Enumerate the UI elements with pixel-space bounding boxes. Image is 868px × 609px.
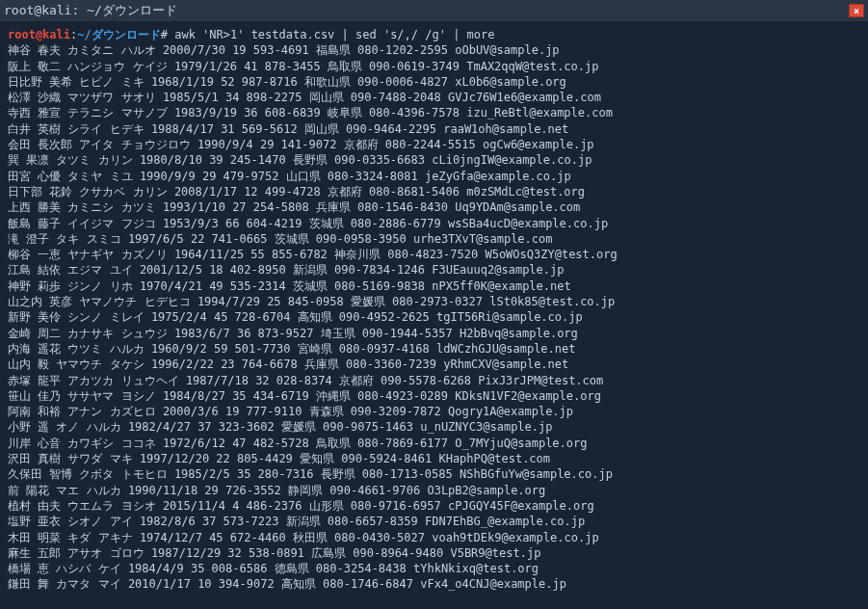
- output-row: 寺西 雅宣 テラニシ マサノブ 1983/9/19 36 608-6839 岐阜…: [8, 105, 860, 120]
- output-row: 久保田 智博 クボタ トモヒロ 1985/2/5 35 280-7316 長野県…: [8, 466, 860, 482]
- window-title: root@kali: ~/ダウンロード: [4, 2, 849, 19]
- output-row: 山之内 英彦 ヤマノウチ ヒデヒコ 1994/7/29 25 845-0958 …: [8, 294, 860, 309]
- prompt-path: ~/ダウンロード: [77, 28, 160, 41]
- output-row: 橋場 恵 ハシバ ケイ 1984/4/9 35 008-6586 徳島県 080…: [8, 561, 860, 576]
- output-row: 上西 勝美 カミニシ カツミ 1993/1/10 27 254-5808 兵庫県…: [8, 199, 860, 215]
- output-row: 塩野 亜衣 シオノ アイ 1982/8/6 37 573-7223 新潟県 08…: [8, 514, 860, 529]
- output-row: 木田 明菜 キダ アキナ 1974/12/7 45 672-4460 秋田県 0…: [8, 530, 860, 545]
- close-button[interactable]: ×: [849, 4, 864, 17]
- output-row: 鎌田 舞 カマタ マイ 2010/1/17 10 394-9072 高知県 08…: [8, 576, 860, 592]
- prompt-line: root@kali:~/ダウンロード# awk 'NR>1' testdata.…: [8, 27, 860, 42]
- output-row: 田宮 心優 タミヤ ミユ 1990/9/9 29 479-9752 山口県 08…: [8, 169, 860, 184]
- output-row: 日比野 美希 ヒビノ ミキ 1968/1/19 52 987-8716 和歌山県…: [8, 74, 860, 90]
- output-row: 滝 澄子 タキ スミコ 1997/6/5 22 741-0665 茨城県 090…: [8, 231, 860, 247]
- output-row: 日下部 花鈴 クサカベ カリン 2008/1/17 12 499-4728 京都…: [8, 184, 860, 199]
- terminal-output[interactable]: root@kali:~/ダウンロード# awk 'NR>1' testdata.…: [0, 21, 868, 598]
- output-rows: 神谷 春夫 カミタニ ハルオ 2000/7/30 19 593-4691 福島県…: [8, 42, 860, 592]
- output-row: 山内 毅 ヤマウチ タケシ 1996/2/22 23 764-6678 兵庫県 …: [8, 357, 860, 372]
- output-row: 神谷 春夫 カミタニ ハルオ 2000/7/30 19 593-4691 福島県…: [8, 42, 860, 58]
- prompt-command: awk 'NR>1' testdata.csv | sed 's/,/ /g' …: [168, 28, 495, 41]
- window-titlebar: root@kali: ~/ダウンロード ×: [0, 0, 868, 21]
- prompt-user: root@kali: [8, 28, 70, 41]
- output-row: 柳谷 一恵 ヤナギヤ カズノリ 1964/11/25 55 855-6782 神…: [8, 247, 860, 262]
- output-row: 会田 長次郎 アイタ チョウジロウ 1990/9/4 29 141-9072 京…: [8, 137, 860, 152]
- output-row: 阿南 和裕 アナン カズヒロ 2000/3/6 19 777-9110 青森県 …: [8, 404, 860, 419]
- output-row: 笹山 佳乃 ササヤマ ヨシノ 1984/8/27 35 434-6719 沖縄県…: [8, 388, 860, 404]
- output-row: 阪上 敬二 ハンジョウ ケイジ 1979/1/26 41 878-3455 鳥取…: [8, 59, 860, 74]
- output-row: 内海 遥花 ウツミ ハルカ 1960/9/2 59 501-7730 宮崎県 0…: [8, 341, 860, 357]
- output-row: 新野 美伶 シンノ ミレイ 1975/2/4 45 728-6704 高知県 0…: [8, 309, 860, 325]
- output-row: 川岸 心音 カワギシ ココネ 1972/6/12 47 482-5728 鳥取県…: [8, 436, 860, 451]
- output-row: 巽 果凛 タツミ カリン 1980/8/10 39 245-1470 長野県 0…: [8, 152, 860, 168]
- output-row: 白井 英樹 シライ ヒデキ 1988/4/17 31 569-5612 岡山県 …: [8, 121, 860, 137]
- output-row: 植村 由夫 ウエムラ ヨシオ 2015/11/4 4 486-2376 山形県 …: [8, 498, 860, 514]
- output-row: 松澤 沙織 マツザワ サオリ 1985/5/1 34 898-2275 岡山県 …: [8, 90, 860, 105]
- output-row: 前 陽花 マエ ハルカ 1990/11/18 29 726-3552 静岡県 0…: [8, 483, 860, 498]
- output-row: 金崎 周二 カナサキ シュウジ 1983/6/7 36 873-9527 埼玉県…: [8, 326, 860, 341]
- output-row: 神野 莉歩 ジンノ リホ 1970/4/21 49 535-2314 茨城県 0…: [8, 278, 860, 294]
- output-row: 小野 遥 オノ ハルカ 1982/4/27 37 323-3602 愛媛県 09…: [8, 419, 860, 435]
- output-row: 飯島 藤子 イイジマ フジコ 1953/9/3 66 604-4219 茨城県 …: [8, 216, 860, 231]
- output-row: 麻生 五郎 アサオ ゴロウ 1987/12/29 32 538-0891 広島県…: [8, 545, 860, 561]
- prompt-sep2: #: [161, 28, 168, 41]
- output-row: 沢田 真樹 サワダ マキ 1997/12/20 22 805-4429 愛知県 …: [8, 451, 860, 466]
- output-row: 赤塚 龍平 アカツカ リュウヘイ 1987/7/18 32 028-8374 京…: [8, 373, 860, 388]
- output-row: 江島 結依 エジマ ユイ 2001/12/5 18 402-8950 新潟県 0…: [8, 262, 860, 278]
